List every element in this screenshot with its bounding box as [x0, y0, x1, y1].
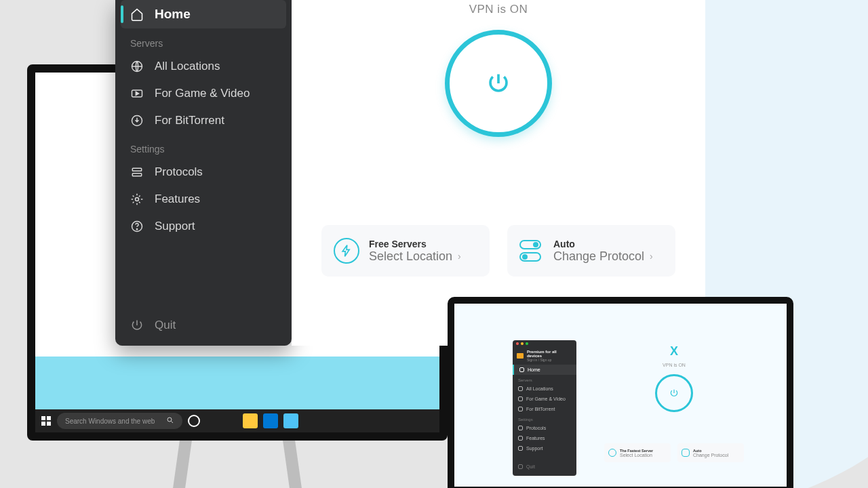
- select-location-card[interactable]: Free Servers Select Location›: [321, 225, 490, 277]
- help-icon: [130, 220, 144, 233]
- sidebar-item-features[interactable]: Features: [115, 186, 292, 213]
- sidebar-item-game-video[interactable]: For Game & Video: [115, 80, 292, 107]
- sidebar-torrent-label: For BitTorrent: [155, 114, 224, 127]
- gear-icon: [130, 192, 144, 206]
- power-icon: [130, 319, 144, 332]
- sidebar-home-label: Home: [155, 7, 191, 22]
- sidebar: Home Servers All Locations For Game & Vi…: [115, 0, 292, 346]
- laptop-vpn-status: VPN is ON: [579, 363, 769, 367]
- svg-rect-10: [132, 174, 141, 176]
- sidebar-game-label: For Game & Video: [155, 87, 250, 100]
- laptop-main-panel: X VPN is ON The Fastest ServerSelect Loc…: [579, 344, 769, 462]
- vpn-application-window: Home Servers All Locations For Game & Vi…: [115, 0, 705, 346]
- crown-icon: [517, 353, 524, 359]
- sidebar-quit-label: Quit: [155, 319, 176, 332]
- sidebar-features-label: Features: [155, 192, 200, 206]
- vpn-power-toggle[interactable]: [445, 30, 552, 137]
- svg-point-13: [136, 229, 137, 230]
- sidebar-item-protocols[interactable]: Protocols: [115, 159, 292, 186]
- sidebar-protocols-label: Protocols: [155, 165, 203, 179]
- svg-rect-2: [41, 422, 45, 426]
- taskbar-app-edge[interactable]: [263, 413, 278, 428]
- laptop-power-toggle[interactable]: [655, 374, 693, 412]
- home-icon: [130, 7, 144, 21]
- svg-rect-1: [47, 416, 51, 420]
- taskbar-search[interactable]: Search Windows and the web: [57, 413, 182, 429]
- laptop-sidebar-support[interactable]: Support: [513, 443, 576, 453]
- card2-action: Change Protocol: [553, 249, 644, 264]
- cortana-icon[interactable]: [188, 415, 200, 427]
- card1-title: Free Servers: [369, 239, 461, 249]
- svg-rect-9: [132, 168, 141, 171]
- laptop-mockup: Premium for all devices Sign in / Sign u…: [448, 297, 793, 488]
- laptop-sidebar-home[interactable]: Home: [513, 365, 576, 375]
- svg-point-11: [136, 198, 139, 201]
- search-icon: [166, 416, 174, 426]
- lightning-icon: [334, 238, 359, 264]
- video-icon: [130, 87, 144, 100]
- sidebar-item-bittorrent[interactable]: For BitTorrent: [115, 107, 292, 134]
- windows-taskbar: Search Windows and the web: [35, 409, 439, 432]
- svg-point-4: [167, 418, 172, 422]
- svg-rect-0: [41, 416, 45, 420]
- laptop-sidebar-quit[interactable]: Quit: [513, 462, 576, 472]
- laptop-sidebar-protocols[interactable]: Protocols: [513, 423, 576, 433]
- laptop-sidebar: Premium for all devices Sign in / Sign u…: [513, 340, 576, 476]
- laptop-protocol-card[interactable]: AutoChange Protocol: [677, 443, 744, 462]
- search-placeholder: Search Windows and the web: [65, 418, 155, 425]
- laptop-location-card[interactable]: The Fastest ServerSelect Location: [604, 443, 671, 462]
- protocols-icon: [130, 165, 144, 179]
- chevron-right-icon: ›: [458, 251, 461, 262]
- sidebar-section-settings: Settings: [115, 134, 292, 159]
- main-panel: VPN is ON Free Servers Select Location›: [292, 0, 705, 346]
- laptop-section-servers: Servers: [513, 375, 576, 384]
- vpn-status-text: VPN is ON: [292, 0, 705, 16]
- sidebar-item-quit[interactable]: Quit: [115, 312, 292, 339]
- app-logo: X: [579, 344, 769, 359]
- card1-action: Select Location: [369, 249, 452, 264]
- premium-sub: Sign in / Sign up: [527, 358, 572, 362]
- chevron-right-icon: ›: [650, 251, 653, 262]
- premium-title: Premium for all devices: [527, 350, 572, 358]
- sidebar-section-servers: Servers: [115, 28, 292, 53]
- sidebar-item-home[interactable]: Home: [121, 0, 286, 28]
- globe-icon: [130, 60, 144, 73]
- svg-rect-3: [47, 422, 51, 426]
- toggle-icon: [519, 238, 544, 264]
- laptop-sidebar-all[interactable]: All Locations: [513, 384, 576, 394]
- change-protocol-card[interactable]: Auto Change Protocol›: [507, 225, 675, 277]
- laptop-sidebar-torrent[interactable]: For BitTorrent: [513, 404, 576, 414]
- sidebar-all-label: All Locations: [155, 60, 220, 73]
- card2-title: Auto: [553, 239, 653, 249]
- laptop-sidebar-game[interactable]: For Game & Video: [513, 394, 576, 404]
- sidebar-support-label: Support: [155, 220, 195, 233]
- windows-start-icon[interactable]: [41, 415, 52, 426]
- mac-traffic-lights: [513, 340, 576, 347]
- toggle-icon: [682, 449, 690, 457]
- sidebar-item-support[interactable]: Support: [115, 213, 292, 240]
- laptop-section-settings: Settings: [513, 414, 576, 423]
- download-icon: [130, 114, 144, 127]
- lightning-icon: [608, 449, 616, 457]
- svg-line-5: [172, 422, 174, 424]
- taskbar-app-vpn[interactable]: [283, 413, 298, 428]
- taskbar-app-explorer[interactable]: [243, 413, 258, 428]
- sidebar-item-all-locations[interactable]: All Locations: [115, 53, 292, 80]
- premium-banner[interactable]: Premium for all devices Sign in / Sign u…: [513, 347, 576, 365]
- laptop-sidebar-features[interactable]: Features: [513, 433, 576, 443]
